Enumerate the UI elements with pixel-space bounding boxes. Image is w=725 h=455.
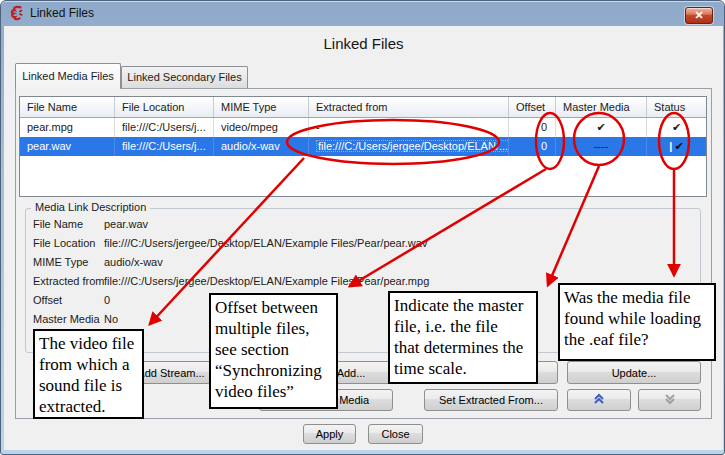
field-value-file-location: file:///C:/Users/jergee/Desktop/ELAN/Exa… (104, 237, 427, 249)
cell-file-name: pear.mpg (20, 118, 115, 137)
field-label-offset: Offset (33, 294, 62, 306)
field-value-offset: 0 (104, 294, 110, 306)
window-title: Linked Files (30, 6, 94, 20)
callout-offset: Offset between multiple files, see secti… (209, 293, 338, 409)
media-link-description-title: Media Link Description (31, 201, 150, 213)
extracted-from-value: file:///C:/Users/jergee/Desktop/ELAN/... (316, 140, 509, 152)
status-check-icon: ✔ (674, 140, 683, 152)
table-row-pear-wav-selected[interactable]: pear.wav file:///C:/Users/j... audio/x-w… (20, 137, 706, 156)
cell-mime-type: video/mpeg (214, 118, 309, 137)
close-button[interactable]: Close (368, 424, 423, 444)
column-header-file-location[interactable]: File Location (115, 97, 214, 117)
linked-files-dialog: Linked Files ✕ Linked Files Linked Media… (0, 0, 725, 455)
field-value-mime-type: audio/x-wav (104, 256, 163, 268)
table-row-pear-mpg[interactable]: pear.mpg file:///C:/Users/j... video/mpe… (20, 118, 706, 137)
elan-app-icon (9, 5, 25, 21)
cell-status-check-icon: ✔ (647, 118, 706, 137)
update-button[interactable]: Update... (567, 361, 701, 384)
cell-file-location: file:///C:/Users/j... (115, 118, 214, 137)
cell-master-media-dashes: ---- (556, 137, 647, 156)
field-value-file-name: pear.wav (104, 218, 148, 230)
callout-extracted-from: The video file from which a sound file i… (33, 329, 144, 419)
move-down-button[interactable] (638, 389, 701, 411)
move-up-icon (592, 393, 606, 405)
tab-linked-media-files[interactable]: Linked Media Files (15, 63, 121, 89)
cell-offset: 0 (509, 137, 556, 156)
field-value-master-media: No (104, 313, 118, 325)
title-bar[interactable]: Linked Files ✕ (1, 1, 725, 26)
cell-extracted-from: - (309, 118, 509, 137)
column-header-mime-type[interactable]: MIME Type (214, 97, 309, 117)
close-icon: ✕ (694, 9, 703, 21)
column-header-extracted-from[interactable]: Extracted from (309, 97, 509, 117)
column-header-file-name[interactable]: File Name (20, 97, 115, 117)
cell-file-location: file:///C:/Users/j... (115, 137, 214, 156)
tab-label: Linked Media Files (22, 70, 114, 82)
field-label-file-name: File Name (33, 218, 83, 230)
cell-offset: 0 (509, 118, 556, 137)
cell-status-check-icon: |✔ (647, 137, 706, 156)
callout-master-media: Indicate the master file, i.e. the file … (388, 291, 538, 384)
field-label-extracted-from: Extracted from (33, 275, 105, 287)
field-value-extracted-from: file:///C:/Users/jergee/Desktop/ELAN/Exa… (104, 275, 429, 287)
move-down-icon (663, 393, 677, 405)
table-header-row: File Name File Location MIME Type Extrac… (20, 97, 706, 118)
tab-label: Linked Secondary Files (127, 71, 241, 83)
close-window-button[interactable]: ✕ (685, 7, 713, 24)
linked-files-table: File Name File Location MIME Type Extrac… (19, 96, 707, 197)
edit-caret: | (669, 140, 672, 152)
field-label-master-media: Master Media (33, 313, 100, 325)
cell-mime-type: audio/x-wav (214, 137, 309, 156)
cell-master-media-check-icon: ✔ (556, 118, 647, 137)
column-header-offset[interactable]: Offset (509, 97, 556, 117)
column-header-status[interactable]: Status (647, 97, 706, 117)
callout-status: Was the media file found while loading t… (558, 283, 716, 361)
field-label-mime-type: MIME Type (33, 256, 88, 268)
column-header-master-media[interactable]: Master Media (556, 97, 647, 117)
apply-button[interactable]: Apply (303, 424, 356, 444)
move-up-button[interactable] (567, 389, 631, 411)
dialog-heading: Linked Files (4, 35, 723, 52)
cell-file-name: pear.wav (20, 137, 115, 156)
set-extracted-from-button[interactable]: Set Extracted From... (424, 389, 558, 411)
tab-linked-secondary-files[interactable]: Linked Secondary Files (121, 66, 248, 89)
cell-extracted-from: file:///C:/Users/jergee/Desktop/ELAN/... (309, 137, 509, 156)
field-label-file-location: File Location (33, 237, 95, 249)
